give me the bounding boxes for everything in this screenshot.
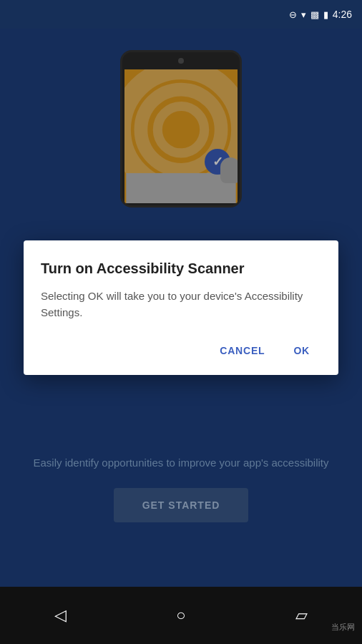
main-content: ✓ Turn on Accessibility Scanner Selectin…: [0, 29, 362, 615]
watermark: 当乐网: [331, 622, 355, 633]
recents-button[interactable]: ▱: [295, 606, 308, 625]
back-button[interactable]: ◁: [54, 606, 67, 625]
home-button[interactable]: ○: [176, 606, 185, 625]
dialog: Turn on Accessibility Scanner Selecting …: [24, 240, 338, 375]
cancel-button[interactable]: CANCEL: [208, 338, 276, 364]
dialog-title: Turn on Accessibility Scanner: [41, 260, 321, 277]
dialog-overlay: Turn on Accessibility Scanner Selecting …: [0, 29, 362, 587]
nav-bar: ◁ ○ ▱ 当乐网: [0, 587, 362, 644]
ok-button[interactable]: OK: [282, 338, 321, 364]
status-bar: ⊖ ▾ ▩ ▮ 4:26: [0, 0, 362, 29]
battery-icon: ▮: [323, 9, 328, 20]
status-icons: ⊖ ▾ ▩ ▮ 4:26: [289, 9, 352, 20]
wifi-icon: ▾: [301, 9, 306, 20]
status-time: 4:26: [333, 9, 352, 20]
minus-icon: ⊖: [289, 9, 297, 20]
dialog-message: Selecting OK will take you to your devic…: [41, 288, 321, 321]
dialog-actions: CANCEL OK: [41, 338, 321, 364]
signal-icon: ▩: [310, 9, 319, 20]
